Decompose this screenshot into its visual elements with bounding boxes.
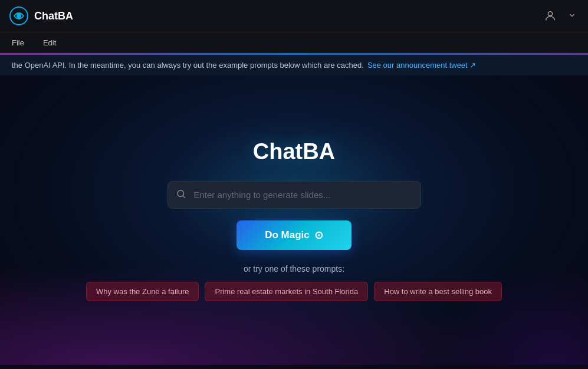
prompt-buttons: Why was the Zune a failure Prime real es… (86, 282, 502, 301)
svg-point-1 (17, 14, 21, 18)
prompt-button-1[interactable]: Prime real estate markets in South Flori… (205, 282, 368, 301)
announcement-link[interactable]: See our announcement tweet ↗ (367, 61, 476, 70)
svg-point-2 (548, 12, 552, 16)
user-icon (544, 9, 557, 22)
title-bar-right (540, 5, 579, 27)
magic-icon: ⊙ (314, 229, 323, 242)
search-input[interactable] (167, 181, 421, 209)
menu-bar: File Edit (0, 32, 588, 53)
main-title: ChatBA (253, 139, 335, 164)
do-magic-button[interactable]: Do Magic ⊙ (236, 220, 352, 250)
menu-edit[interactable]: Edit (41, 36, 58, 50)
prompt-button-2[interactable]: How to write a best selling book (374, 282, 502, 301)
user-account-button[interactable] (540, 5, 561, 27)
notice-bar: the OpenAI API. In the meantime, you can… (0, 55, 588, 75)
prompts-label: or try one of these prompts: (244, 264, 344, 274)
search-container (167, 181, 421, 209)
prompt-button-0[interactable]: Why was the Zune a failure (86, 282, 199, 301)
title-bar: ChatBA (0, 0, 588, 32)
app-title: ChatBA (34, 10, 73, 22)
menu-file[interactable]: File (9, 36, 27, 50)
chevron-down-icon (568, 11, 576, 19)
notice-text: the OpenAI API. In the meantime, you can… (12, 61, 364, 70)
main-content: ChatBA Do Magic ⊙ or try one of these pr… (0, 75, 588, 365)
title-bar-left: ChatBA (9, 6, 73, 25)
app-logo-icon (9, 6, 28, 25)
chevron-down-button[interactable] (566, 9, 579, 24)
do-magic-label: Do Magic (265, 229, 310, 241)
